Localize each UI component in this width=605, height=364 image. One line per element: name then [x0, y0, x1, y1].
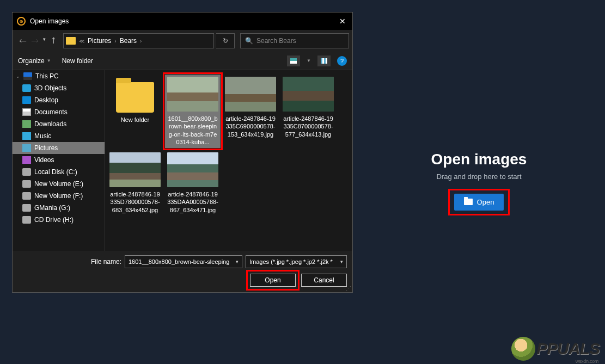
sidebar-item-new-volume-f[interactable]: New Volume (F:) [13, 190, 105, 202]
sidebar-item-label: Pictures [34, 144, 58, 152]
sidebar-item-label: Documents [34, 108, 68, 116]
open-button[interactable]: Open [454, 194, 504, 211]
sidebar-item-cd-drive-h[interactable]: CD Drive (H:) [13, 214, 105, 226]
app-icon: G [17, 17, 26, 26]
sidebar-item-label: This PC [35, 72, 59, 80]
search-placeholder: Search Bears [256, 37, 296, 45]
navigation-bar: 🡐 🡒 ▾ 🡑 ≪ Pictures › Bears › ↻ 🔍 Search … [13, 30, 352, 52]
new-folder-button[interactable]: New folder [62, 57, 93, 65]
sidebar-item-label: GMania (G:) [34, 204, 70, 212]
sidebar-item-new-volume-e[interactable]: New Volume (E:) [13, 178, 105, 190]
avatar-icon [511, 337, 535, 361]
close-icon[interactable]: ✕ [337, 17, 348, 26]
sidebar-item-local-disk-c[interactable]: Local Disk (C:) [13, 166, 105, 178]
sidebar: ⌄ This PC 3D Objects Desktop Documents D… [13, 70, 105, 251]
desktop-icon [22, 96, 31, 104]
panel-subtitle: Drag and drop here to start [436, 172, 521, 181]
watermark: PPUALS wsxdn.com [511, 337, 600, 361]
sidebar-item-3d-objects[interactable]: 3D Objects [13, 82, 105, 94]
refresh-button[interactable]: ↻ [216, 33, 235, 48]
sidebar-item-pictures[interactable]: Pictures [13, 142, 105, 154]
filename-input[interactable]: 1601__800x800_brown-bear-sleeping ▾ [125, 255, 242, 268]
chevron-icon: ≪ [79, 38, 84, 44]
drop-zone-panel[interactable]: Open images Drag and drop here to start … [353, 0, 605, 364]
address-bar[interactable]: ≪ Pictures › Bears › [63, 33, 214, 48]
forward-icon: 🡒 [31, 36, 39, 45]
file-label: article-2487846-19335C8700000578-577_634… [283, 115, 334, 138]
file-item-selected[interactable]: 1601__800x800_brown-bear-sleeping-on-its… [165, 75, 221, 148]
resize-grip-icon[interactable]: ⋰ [346, 285, 351, 291]
file-item-folder[interactable]: New folder [107, 75, 163, 148]
image-thumbnail [167, 152, 218, 187]
sidebar-item-downloads[interactable]: Downloads [13, 118, 105, 130]
chevron-down-icon: ▾ [236, 259, 239, 264]
file-label: article-2487846-19335D7800000578-683_634… [109, 190, 161, 214]
chevron-down-icon[interactable]: ▼ [307, 58, 311, 63]
preview-pane-button[interactable] [317, 55, 331, 66]
sidebar-item-label: Desktop [34, 96, 58, 104]
downloads-icon [22, 120, 31, 128]
chevron-down-icon: ▾ [340, 259, 343, 264]
panel-title: Open images [431, 151, 527, 168]
help-icon[interactable]: ? [337, 56, 347, 66]
folder-icon [66, 37, 76, 45]
image-thumbnail [225, 77, 276, 112]
folder-icon [464, 199, 473, 205]
document-icon [22, 108, 31, 116]
file-label: New folder [121, 116, 150, 124]
file-label: article-2487846-19335C6900000578-153_634… [225, 115, 276, 138]
sidebar-item-desktop[interactable]: Desktop [13, 94, 105, 106]
file-item[interactable]: article-2487846-19335C8700000578-577_634… [280, 75, 336, 148]
cancel-button[interactable]: Cancel [301, 274, 347, 287]
image-thumbnail [167, 77, 218, 112]
sidebar-item-gmania-g[interactable]: GMania (G:) [13, 202, 105, 214]
sidebar-item-label: New Volume (F:) [34, 192, 83, 200]
toolbar: Organize▼ New folder ▼ ? [13, 52, 352, 70]
sidebar-item-music[interactable]: Music [13, 130, 105, 142]
chevron-right-icon: › [114, 38, 116, 44]
drive-icon [22, 192, 31, 200]
dialog-footer: File name: 1601__800x800_brown-bear-slee… [13, 251, 352, 292]
sidebar-item-label: Music [34, 132, 51, 140]
up-icon[interactable]: 🡑 [50, 36, 58, 45]
view-mode-button[interactable] [287, 55, 300, 66]
breadcrumb-pictures[interactable]: Pictures [88, 37, 111, 45]
drive-icon [22, 168, 31, 176]
sidebar-item-videos[interactable]: Videos [13, 154, 105, 166]
chevron-right-icon: › [140, 38, 142, 44]
drive-icon [22, 204, 31, 212]
folder-icon [116, 82, 154, 113]
sidebar-item-label: Videos [34, 156, 54, 164]
search-input[interactable]: 🔍 Search Bears [240, 33, 349, 48]
file-label: article-2487846-19335DAA00005788-867_634… [167, 190, 218, 214]
breadcrumb-bears[interactable]: Bears [120, 37, 137, 45]
recent-dropdown-icon[interactable]: ▾ [43, 36, 46, 45]
open-button[interactable]: Open [250, 274, 296, 287]
pc-icon [23, 72, 32, 80]
cube-icon [22, 84, 31, 92]
dialog-title: Open images [30, 17, 337, 25]
music-icon [22, 132, 31, 140]
filename-label: File name: [91, 258, 121, 266]
sidebar-item-label: Downloads [34, 120, 66, 128]
sidebar-this-pc[interactable]: ⌄ This PC [13, 70, 105, 82]
filetype-select[interactable]: Images (*.jpg *.jpeg *.jp2 *.j2k * ▾ [246, 255, 347, 268]
watermark-url: wsxdn.com [576, 359, 598, 364]
sidebar-item-label: Local Disk (C:) [34, 168, 77, 176]
highlight-annotation: Open [450, 190, 509, 214]
chevron-down-icon: ⌄ [16, 73, 20, 79]
cd-icon [22, 216, 31, 224]
watermark-text: PPUALS [536, 340, 600, 358]
sidebar-item-label: New Volume (E:) [34, 180, 83, 188]
back-icon[interactable]: 🡐 [19, 36, 27, 45]
image-thumbnail [283, 77, 334, 112]
file-grid[interactable]: New folder 1601__800x800_brown-bear-slee… [105, 70, 352, 251]
file-item[interactable]: article-2487846-19335C6900000578-153_634… [223, 75, 278, 148]
file-item[interactable]: article-2487846-19335D7800000578-683_634… [107, 150, 163, 216]
file-item[interactable]: article-2487846-19335DAA00005788-867_634… [165, 150, 221, 216]
chevron-down-icon: ▼ [47, 58, 51, 63]
pictures-icon [22, 144, 31, 152]
sidebar-item-documents[interactable]: Documents [13, 106, 105, 118]
drive-icon [22, 180, 31, 188]
organize-button[interactable]: Organize▼ [18, 57, 51, 65]
